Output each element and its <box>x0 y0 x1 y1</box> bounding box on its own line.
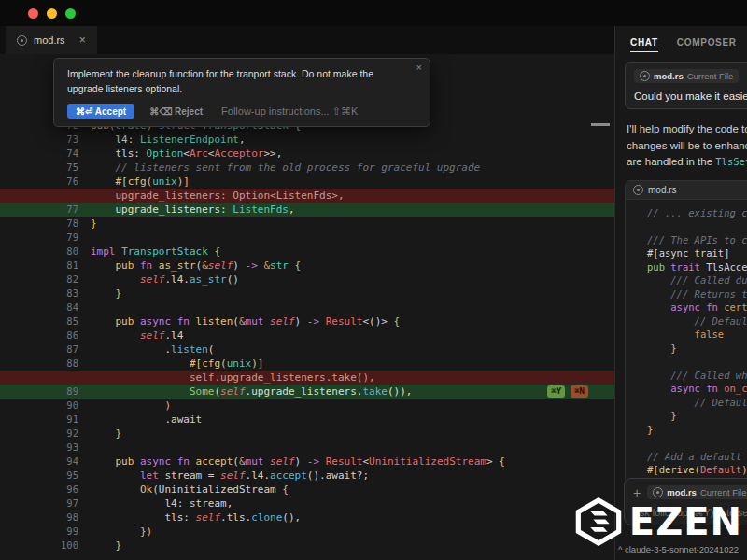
line-number[interactable]: 83 <box>0 287 78 301</box>
code-line[interactable]: 96 Ok(UninitializedStream { <box>0 483 614 497</box>
line-number[interactable]: 81 <box>0 259 78 273</box>
line-number[interactable]: 89 <box>0 385 78 399</box>
code-editor[interactable]: 72pub(crate) struct TransportStack {73 l… <box>0 54 614 560</box>
chat-input-box[interactable]: + mod.rs Current File × Ask followup (⌘Y… <box>624 478 747 525</box>
code-text: #[async_trait] <box>635 246 730 260</box>
chat-code-line: false <box>635 328 747 342</box>
code-line[interactable]: 85 pub async fn listen(&mut self) -> Res… <box>0 315 614 329</box>
line-number[interactable]: 95 <box>0 469 78 483</box>
code-text: #[cfg(unix)] <box>78 175 190 189</box>
code-line[interactable]: 77 upgrade_listeners: ListenFds, <box>0 203 614 217</box>
code-text: upgrade_listeners: ListenFds, <box>78 203 295 217</box>
code-text: // listeners sent from the old process f… <box>78 161 480 175</box>
line-number[interactable]: 91 <box>0 413 78 427</box>
code-line[interactable]: 97 l4: stream, <box>0 497 614 511</box>
code-line[interactable]: upgrade_listeners: Option<ListenFds>, <box>0 189 614 203</box>
scrollbar-thumb[interactable] <box>591 123 610 126</box>
code-line[interactable]: 90 ) <box>0 399 614 413</box>
code-line[interactable]: 80impl TransportStack { <box>0 245 614 259</box>
code-line[interactable]: 78} <box>0 217 614 231</box>
input-context-chip: mod.rs Current File × <box>647 485 747 499</box>
add-context-button[interactable]: + <box>633 486 641 499</box>
code-text <box>635 219 647 233</box>
line-number[interactable]: 99 <box>0 525 78 539</box>
code-line[interactable]: 88 #[cfg(unix)] <box>0 357 614 371</box>
chat-code-block: mod.rs // ... existing code/// The APIs … <box>625 180 747 483</box>
zoom-window-button[interactable] <box>65 8 76 19</box>
code-line[interactable]: 95 let stream = self.l4.accept().await?; <box>0 469 614 483</box>
line-number[interactable]: 79 <box>0 231 78 245</box>
line-number[interactable]: 73 <box>0 133 78 147</box>
code-line[interactable]: 82 self.l4.as_str() <box>0 273 614 287</box>
line-number[interactable]: 85 <box>0 315 78 329</box>
code-text: pub async fn listen(&mut self) -> Result… <box>78 315 400 329</box>
code-line[interactable]: 94 pub async fn accept(&mut self) -> Res… <box>0 455 614 469</box>
accept-hunk-badge[interactable]: ⌘Y <box>547 385 565 398</box>
close-window-button[interactable] <box>28 8 38 19</box>
line-number[interactable]: 98 <box>0 511 78 525</box>
tab-close-icon[interactable]: × <box>79 34 86 47</box>
line-number[interactable]: 90 <box>0 399 78 413</box>
chat-code-line: // ... existing code <box>635 206 747 220</box>
chat-code-line: } <box>635 342 747 356</box>
code-line[interactable]: 92 } <box>0 427 614 441</box>
line-number[interactable]: 82 <box>0 273 78 287</box>
code-line[interactable]: 84 <box>0 301 614 315</box>
code-line[interactable]: 99 }) <box>0 525 614 539</box>
code-line[interactable]: 83 } <box>0 287 614 301</box>
code-line[interactable]: 98 tls: self.tls.clone(), <box>0 511 614 525</box>
tab-label: mod.rs <box>34 35 65 46</box>
dialog-close-icon[interactable]: × <box>416 62 422 73</box>
line-number[interactable]: 92 <box>0 427 78 441</box>
code-text: self.l4.as_str() <box>78 273 239 287</box>
line-number[interactable]: 93 <box>0 441 78 455</box>
code-text: pub fn as_str(&self) -> &str { <box>78 259 301 273</box>
followup-instructions-input[interactable]: Follow-up instructions... ⇧⌘K <box>221 105 358 118</box>
code-line[interactable]: 89 Some(self.upgrade_listeners.take()),⌘… <box>0 385 614 399</box>
code-line[interactable]: 81 pub fn as_str(&self) -> &str { <box>0 259 614 273</box>
code-line[interactable]: 100 } <box>0 539 614 553</box>
chat-input-placeholder[interactable]: Ask followup (⌘Y), ↑ to se <box>633 507 747 518</box>
code-line[interactable]: 86 self.l4 <box>0 329 614 343</box>
line-number[interactable] <box>0 189 78 203</box>
line-number[interactable]: 100 <box>0 539 78 553</box>
code-text: async fn on_cert <box>635 382 747 396</box>
reject-button[interactable]: ⌘⌫ Reject <box>149 106 203 117</box>
minimize-window-button[interactable] <box>47 8 57 19</box>
code-line[interactable]: 79 <box>0 231 614 245</box>
code-line[interactable]: 91 .await <box>0 413 614 427</box>
input-chip-row: + mod.rs Current File × <box>633 485 747 499</box>
line-number[interactable]: 88 <box>0 357 78 371</box>
code-text: l4: ListenerEndpoint, <box>78 133 246 147</box>
rust-file-icon <box>17 35 27 46</box>
line-number[interactable]: 96 <box>0 483 78 497</box>
code-line[interactable]: 74 tls: Option<Arc<Acceptor>>, <box>0 147 614 161</box>
dialog-actions: ⌘⏎ Accept ⌘⌫ Reject Follow-up instructio… <box>67 104 416 119</box>
line-number[interactable]: 75 <box>0 161 78 175</box>
code-line[interactable]: 75 // listeners sent from the old proces… <box>0 161 614 175</box>
code-text: // Default i <box>635 315 747 329</box>
code-line[interactable]: 93 <box>0 441 614 455</box>
code-line[interactable]: 87 .listen( <box>0 343 614 357</box>
code-line[interactable]: 73 l4: ListenerEndpoint, <box>0 133 614 147</box>
line-number[interactable]: 77 <box>0 203 78 217</box>
line-number[interactable]: 87 <box>0 343 78 357</box>
tab-composer[interactable]: COMPOSER <box>677 37 737 52</box>
code-line[interactable]: self.upgrade_listeners.take(), <box>0 371 614 385</box>
reject-hunk-badge[interactable]: ⌘N <box>571 385 588 398</box>
code-line[interactable]: 76 #[cfg(unix)] <box>0 175 614 189</box>
line-number[interactable]: 86 <box>0 329 78 343</box>
line-number[interactable]: 84 <box>0 301 78 315</box>
line-number[interactable]: 76 <box>0 175 78 189</box>
tab-chat[interactable]: CHAT <box>630 37 658 52</box>
tab-mod-rs[interactable]: mod.rs × <box>6 26 97 54</box>
line-number[interactable]: 74 <box>0 147 78 161</box>
line-number[interactable]: 97 <box>0 497 78 511</box>
accept-button[interactable]: ⌘⏎ Accept <box>67 104 134 119</box>
chat-code-line: // Default i <box>635 315 747 329</box>
line-number[interactable]: 80 <box>0 245 78 259</box>
code-text: } <box>78 539 121 553</box>
line-number[interactable]: 94 <box>0 455 78 469</box>
line-number[interactable]: 78 <box>0 217 78 231</box>
line-number[interactable] <box>0 371 78 385</box>
